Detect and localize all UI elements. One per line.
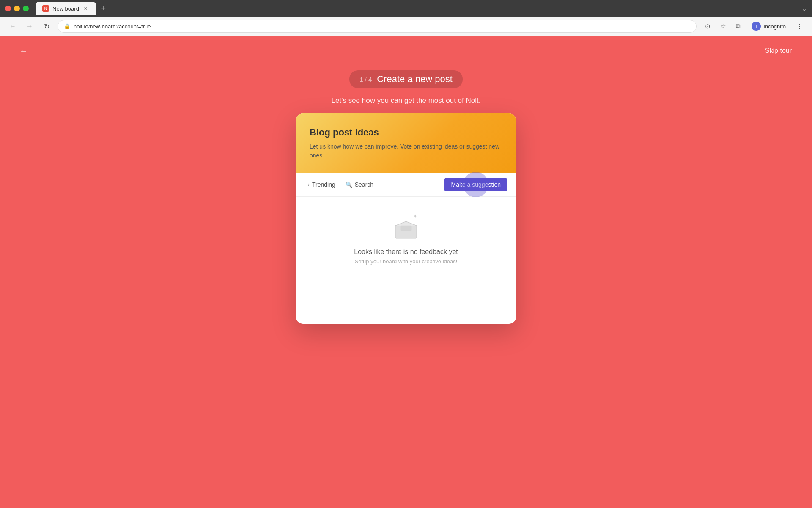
tab-list-chevron-icon[interactable]: ⌄ [801,5,807,13]
back-arrow-button[interactable]: ← [17,44,30,58]
board-header: Blog post ideas Let us know how we can i… [296,113,516,173]
step-title: Create a new post [377,74,453,85]
address-bar: ← → ↻ 🔒 nolt.io/new-board?account=true ⊙… [0,17,812,36]
board-description: Let us know how we can improve. Vote on … [310,142,502,160]
board-body: ✦ Looks like there is no feedback yet Se… [296,197,516,324]
back-button[interactable]: ← [7,20,19,32]
step-section: 1 / 4 Create a new post Let's see how yo… [332,70,481,105]
search-label: Search [355,181,373,188]
search-button[interactable]: 🔍 Search [342,179,377,190]
step-indicator: 1 / 4 Create a new post [349,70,463,88]
new-tab-button[interactable]: + [98,3,110,14]
skip-tour-button[interactable]: Skip tour [762,45,795,56]
url-text: nolt.io/new-board?account=true [74,23,151,30]
trending-label: Trending [312,181,335,188]
browser-chrome: N New board ✕ + ⌄ ← → ↻ 🔒 nolt.io/new-bo… [0,0,812,36]
forward-button[interactable]: → [24,20,36,32]
tab-title: New board [52,6,79,12]
cast-icon[interactable]: ⊙ [702,20,713,32]
svg-text:✦: ✦ [413,214,417,219]
maximize-window-button[interactable] [23,6,29,11]
board-toolbar: › Trending 🔍 Search Make a suggestion [296,173,516,197]
make-suggestion-button[interactable]: Make a suggestion [444,178,508,191]
profile-avatar: I [752,22,761,31]
board-title: Blog post ideas [310,127,502,138]
bookmark-icon[interactable]: ☆ [717,20,729,32]
page-content: ← Skip tour 1 / 4 Create a new post Let'… [0,36,812,508]
tab-close-button[interactable]: ✕ [82,5,89,12]
profile-button[interactable]: I Incognito [747,20,790,33]
top-controls: ← Skip tour [0,36,812,66]
url-bar[interactable]: 🔒 nolt.io/new-board?account=true [58,20,697,33]
close-window-button[interactable] [5,6,11,11]
box-svg: ✦ [391,214,421,241]
search-icon: 🔍 [346,182,352,188]
step-subtitle: Let's see how you can get the most out o… [332,97,481,105]
browser-actions: ⊙ ☆ ⧉ I Incognito ⋮ [702,20,805,33]
reload-button[interactable]: ↻ [41,20,52,32]
extensions-icon[interactable]: ⧉ [732,20,744,32]
menu-icon[interactable]: ⋮ [793,20,805,32]
tab-favicon-icon: N [42,5,49,12]
empty-state-icon: ✦ [391,214,421,241]
traffic-lights [5,6,29,11]
trending-button[interactable]: › Trending [304,179,339,190]
empty-state-title: Looks like there is no feedback yet [354,248,458,256]
step-counter: 1 / 4 [359,76,372,83]
make-suggestion-label: Make a suggestion [451,181,501,188]
trending-chevron-icon: › [308,182,310,188]
empty-state-subtitle: Setup your board with your creative idea… [355,258,458,265]
profile-label: Incognito [763,23,786,30]
browser-titlebar: N New board ✕ + ⌄ [0,0,812,17]
tab-bar: N New board ✕ + [36,2,801,15]
lock-icon: 🔒 [64,23,70,29]
board-card: Blog post ideas Let us know how we can i… [296,113,516,324]
svg-rect-2 [401,226,411,231]
active-tab[interactable]: N New board ✕ [36,2,96,15]
minimize-window-button[interactable] [14,6,20,11]
